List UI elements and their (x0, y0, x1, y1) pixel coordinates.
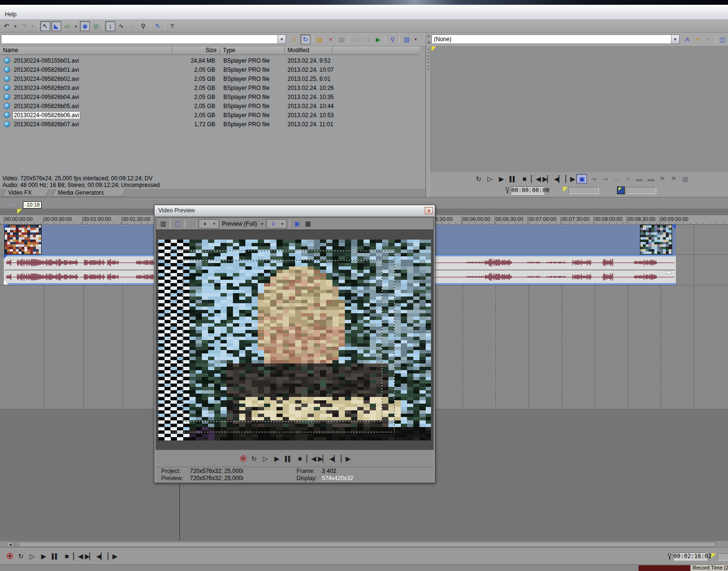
file-row[interactable]: 20130224-095826b07.avi1,72 GBBSplayer PR… (0, 120, 419, 129)
quality-dropdown[interactable]: ▾ (211, 219, 217, 229)
pause-button[interactable]: ▌▌ (50, 551, 60, 561)
views-dropdown[interactable]: ▾ (413, 34, 419, 44)
trimmer-stop-button[interactable]: ■ (519, 174, 529, 184)
preview-record-button[interactable] (240, 455, 246, 461)
trimmer-go-to-end-button[interactable]: ▶▏ (542, 174, 552, 184)
trimmer-go-to-start-button[interactable]: ▏◀ (530, 174, 541, 184)
preview-stop-button[interactable]: ■ (295, 454, 305, 463)
close-panel-icon[interactable]: x (427, 34, 430, 39)
chevron-down-icon[interactable]: ▾ (671, 35, 679, 44)
trimmer-timecode[interactable]: 00:00:00:00 (511, 187, 544, 195)
font-properties-button[interactable]: A (683, 34, 692, 44)
auto-ripple-button[interactable]: ↨ (105, 21, 115, 31)
preview-next-frame-button[interactable]: ▏▶ (341, 454, 351, 463)
file-row[interactable]: 20130224-095826b01.avi2,05 GBBSplayer PR… (0, 65, 419, 74)
whats-this-help-button[interactable]: ? (167, 21, 177, 31)
column-header-modified[interactable]: Modified (285, 46, 332, 55)
splitter-grip[interactable] (428, 49, 429, 70)
preview-play-button[interactable]: ▶ (272, 454, 282, 463)
go-to-end-button[interactable]: ▶▏ (84, 551, 95, 561)
column-header-type[interactable]: Type (220, 46, 285, 55)
chevron-down-icon[interactable]: ▾ (277, 35, 286, 44)
quality-label-dropdown[interactable]: ▾ (259, 219, 265, 229)
video-preview-window[interactable]: Video Preview x ▥ ▢ ◫ ◐ ▾ Preview (Full)… (154, 205, 435, 483)
envelope-edit-tool-button[interactable]: ◣ (51, 21, 61, 31)
trimmer-overlay-button[interactable]: ▣ (576, 174, 587, 184)
marker-button[interactable]: ⚑ (657, 174, 667, 184)
region-button[interactable]: ⚑ (668, 174, 679, 184)
stop-preview-button[interactable]: □ (362, 34, 372, 44)
trimmer-next-frame-button[interactable]: ▏▶ (565, 174, 575, 184)
overlays-dropdown[interactable]: ▾ (279, 219, 285, 229)
add-media-up-to-cursor-button[interactable]: ⇥ (599, 174, 610, 184)
fit-selection-button[interactable]: ↔ (611, 174, 621, 184)
timeline-timecode[interactable]: 00:02:16:02 (673, 552, 707, 560)
refresh-button[interactable]: ↻ (300, 34, 310, 44)
undo-dropdown[interactable]: ▾ (12, 21, 18, 31)
trimmer-play-button[interactable]: ▶ (496, 174, 507, 184)
scroll-left-icon[interactable]: ◀ (7, 542, 14, 547)
save-markers-button[interactable]: ▦ (680, 174, 690, 184)
tab-media-generators[interactable]: Media Generators (51, 189, 126, 197)
preview-pause-button[interactable]: ▌▌ (283, 454, 294, 463)
preview-loop-button[interactable]: ↻ (249, 454, 259, 463)
lock-envelopes-button[interactable]: ◉ (80, 21, 90, 31)
tab-video-fx[interactable]: Video FX (1, 189, 50, 197)
ignore-event-grouping-button[interactable]: ◎ (91, 21, 101, 31)
overlays-button[interactable]: # ▾ (266, 219, 287, 229)
up-folder-button[interactable]: ⇧ (289, 34, 299, 44)
video-preview-titlebar[interactable]: Video Preview x (154, 205, 435, 217)
project-properties-button[interactable]: ▥ (158, 219, 168, 229)
preview-quality-button[interactable]: ◐ ▾ (199, 219, 219, 229)
media-search-button[interactable]: ⚲ (387, 34, 397, 44)
record-button[interactable] (7, 553, 13, 559)
file-row[interactable]: 20130224-095826b03.avi2,05 GBBSplayer PR… (0, 83, 419, 92)
selection-edit-tool-button[interactable]: ▭ (62, 21, 72, 31)
save-frame-button[interactable]: ▦ (303, 219, 313, 229)
play-button[interactable]: ▶ (38, 551, 49, 561)
copy-frame-button[interactable]: ▣ (292, 219, 302, 229)
trimmer-view[interactable] (430, 46, 728, 172)
loop-playback-button[interactable]: ↻ (15, 551, 26, 561)
curve-tool-button[interactable]: ∿ (116, 21, 126, 31)
close-icon[interactable]: x (425, 207, 433, 214)
preview-play-from-start-button[interactable]: ▷ (260, 454, 271, 463)
package-button[interactable]: ▦ (337, 34, 347, 44)
trimmer-media-combobox[interactable]: (None) ▾ (431, 34, 680, 44)
new-folder-button[interactable]: ▨ (315, 34, 325, 44)
start-preview-button[interactable]: ▷ (351, 34, 361, 44)
preview-go-to-start-button[interactable]: ▏◀ (306, 454, 317, 463)
play-from-start-button[interactable]: ▷ (27, 551, 37, 561)
trimmer-previous-frame-button[interactable]: ◀▏ (553, 174, 564, 184)
stop-button[interactable]: ■ (61, 551, 72, 561)
selection-tool-dropdown[interactable]: ▾ (73, 21, 79, 31)
paint-tool-button[interactable]: ✎ (153, 21, 163, 31)
normal-edit-tool-button[interactable]: ↖ (40, 21, 50, 31)
zoom-tool-button[interactable]: ⚲ (138, 21, 148, 31)
trimmer-loop-button[interactable]: ↻ (473, 174, 484, 184)
add-media-from-cursor-button[interactable]: ⇥ (588, 174, 598, 184)
file-row[interactable]: 20130224-095826b06.avi2,05 GBBSplayer PR… (0, 110, 419, 120)
box-select-button[interactable]: ▫ (127, 21, 137, 31)
select-all-button[interactable]: + (622, 174, 633, 184)
trimmer-marker-icon[interactable] (431, 46, 436, 51)
column-header-name[interactable]: Name (0, 46, 172, 55)
selection-start-box[interactable] (568, 187, 599, 194)
generate-button[interactable]: ϟ (693, 34, 703, 44)
horizontal-scrollbar[interactable]: ◀ (0, 540, 728, 547)
preview-previous-frame-button[interactable]: ◀▏ (329, 454, 340, 463)
file-row[interactable]: 20130224-095826b02.avi2,05 GBBSplayer PR… (0, 74, 419, 83)
delete-button[interactable]: × (326, 34, 336, 44)
redo-button[interactable]: ↷ (19, 21, 29, 31)
selection-box[interactable] (717, 553, 728, 560)
file-row[interactable]: 20130224-095155b01.avi24,84 MBBSplayer P… (0, 56, 419, 65)
video-output-button[interactable]: ◫ (187, 219, 197, 229)
panel-splitter[interactable]: x ◂ (426, 33, 430, 197)
views-button[interactable]: ▤ (402, 34, 412, 44)
address-combobox[interactable]: ▾ (1, 34, 286, 44)
clear-button[interactable]: × (704, 34, 713, 44)
file-row[interactable]: 20130224-095826b04.avi2,05 GBBSplayer PR… (0, 92, 419, 101)
file-row[interactable]: 20130224-095826b05.avi2,05 GBBSplayer PR… (0, 101, 419, 110)
column-header-size[interactable]: Size (172, 46, 220, 55)
trim-start-button[interactable]: ▬ (634, 174, 644, 184)
